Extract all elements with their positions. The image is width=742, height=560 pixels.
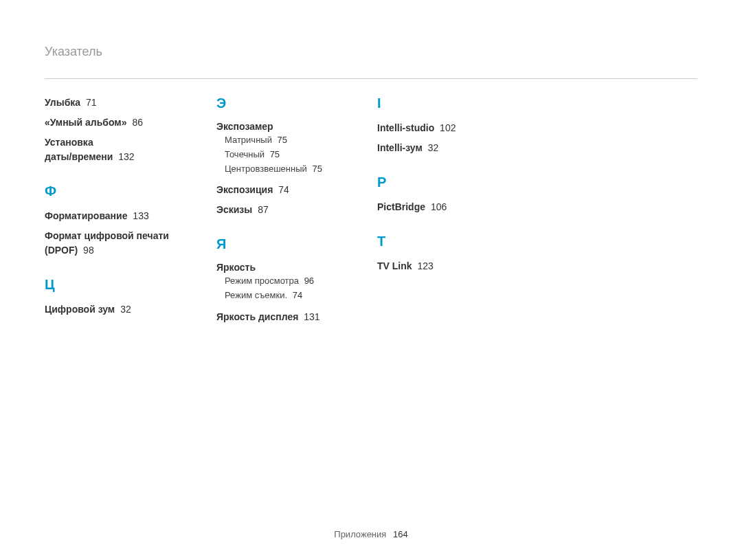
entry-intelli-studio: Intelli-studio 102	[377, 121, 549, 135]
letter-t: T	[377, 234, 549, 249]
entry-text: TV Link	[377, 260, 412, 271]
entry-format: Форматирование 133	[45, 209, 216, 223]
page-ref: 75	[278, 135, 287, 145]
sub-text: Режим просмотра	[225, 276, 299, 286]
entry-text: «Умный альбом»	[45, 117, 127, 128]
entry-text: Улыбка	[45, 97, 80, 108]
page-ref: 74	[278, 184, 289, 195]
entry-pictbridge: PictBridge 106	[377, 200, 549, 214]
page-ref: 96	[304, 276, 314, 286]
page-ref: 71	[86, 97, 97, 108]
page-ref: 75	[312, 164, 322, 174]
entry-brightness-title: Яркость	[216, 262, 377, 273]
entry-exposure: Экспозиция 74	[216, 183, 377, 197]
page-ref: 75	[270, 149, 280, 159]
entry-text: PictBridge	[377, 201, 425, 212]
letter-e: Э	[216, 96, 377, 111]
page-ref: 32	[428, 142, 439, 153]
entry-text-line2: (DPOF)	[45, 245, 78, 256]
letter-i: I	[377, 96, 549, 111]
entry-text-line1: Установка	[45, 137, 93, 148]
column-2: Э Экспозамер Матричный 75 Точечный 75 Це…	[216, 96, 377, 330]
page-ref: 123	[417, 260, 433, 271]
page-ref: 131	[304, 311, 319, 322]
page-ref: 102	[440, 122, 456, 133]
entry-text-line1: Формат цифровой печати	[45, 230, 169, 241]
sub-view: Режим просмотра 96	[225, 274, 377, 289]
footer-label: Приложения	[334, 529, 386, 539]
entry-text: Эскизы	[216, 204, 252, 215]
page-ref: 74	[293, 290, 302, 300]
sub-text: Центровзвешенный	[225, 164, 307, 174]
entry-text: Экспозиция	[216, 184, 273, 195]
sub-spot: Точечный 75	[225, 148, 377, 162]
page-ref: 98	[83, 245, 94, 256]
entry-digital-zoom: Цифровой зум 32	[45, 302, 216, 317]
page-ref: 87	[258, 204, 269, 215]
entry-datetime: Установка даты/времени 132	[45, 135, 216, 164]
entry-text: Форматирование	[45, 210, 127, 221]
page-ref: 32	[120, 304, 131, 315]
sub-text: Точечный	[225, 149, 265, 159]
divider	[45, 78, 697, 79]
entry-brightness: Яркость Режим просмотра 96 Режим съемки.…	[216, 262, 377, 303]
sub-matrix: Матричный 75	[225, 133, 377, 148]
index-columns: Улыбка 71 «Умный альбом» 86 Установка да…	[45, 96, 697, 330]
sub-text: Режим съемки.	[225, 290, 287, 300]
entry-display-brightness: Яркость дисплея 131	[216, 310, 377, 324]
entry-metering: Экспозамер Матричный 75 Точечный 75 Цент…	[216, 121, 377, 176]
footer-page: 164	[393, 529, 408, 539]
sub-text: Матричный	[225, 135, 272, 145]
entry-smart-album: «Умный альбом» 86	[45, 115, 216, 130]
page-ref: 86	[132, 117, 143, 128]
entry-text: Цифровой зум	[45, 304, 115, 315]
column-1: Улыбка 71 «Умный альбом» 86 Установка да…	[45, 96, 216, 330]
letter-ya: Я	[216, 236, 377, 252]
entry-text: Intelli-studio	[377, 122, 434, 133]
entry-text: Яркость дисплея	[216, 311, 298, 322]
page-ref: 132	[118, 151, 134, 162]
page-title: Указатель	[45, 45, 697, 59]
sub-center: Центровзвешенный 75	[225, 162, 377, 177]
entry-intelli-zoom: Intelli-зум 32	[377, 141, 549, 155]
column-3: I Intelli-studio 102 Intelli-зум 32 P Pi…	[377, 96, 549, 330]
page-ref: 133	[133, 210, 148, 221]
letter-f: Ф	[45, 183, 216, 199]
letter-ts: Ц	[45, 277, 216, 293]
entry-metering-title: Экспозамер	[216, 121, 377, 132]
letter-p: P	[377, 175, 549, 190]
footer: Приложения 164	[0, 529, 742, 539]
entry-thumbs: Эскизы 87	[216, 203, 377, 217]
entry-text: Intelli-зум	[377, 142, 423, 153]
entry-text-line2: даты/времени	[45, 151, 113, 162]
page-ref: 106	[431, 201, 447, 212]
entry-dpof: Формат цифровой печати (DPOF) 98	[45, 229, 216, 258]
entry-tvlink: TV Link 123	[377, 259, 549, 273]
sub-shoot: Режим съемки. 74	[225, 289, 377, 303]
entry-smile: Улыбка 71	[45, 96, 216, 110]
